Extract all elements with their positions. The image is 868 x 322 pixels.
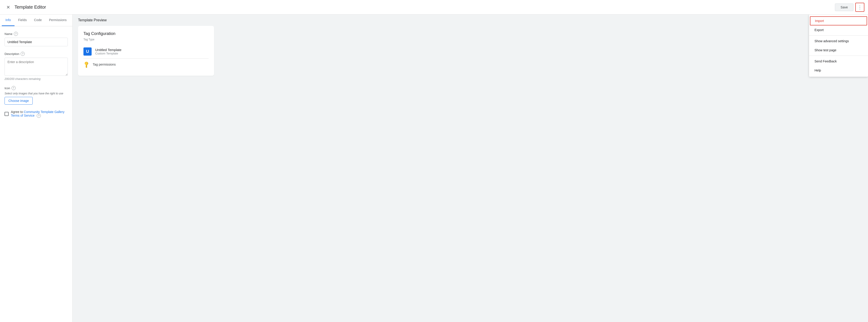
tab-permissions[interactable]: Permissions [45, 14, 70, 26]
info-form: Name ? Description ? 200/200 characters … [0, 26, 72, 123]
name-label: Name ? [4, 32, 68, 36]
tag-permissions-row: 🔑 Tag permissions [84, 59, 209, 70]
tos-label: Agree to Community Template Gallery Term… [11, 110, 68, 118]
tag-config-title: Tag Configuration [84, 31, 209, 36]
name-help-icon[interactable]: ? [14, 32, 18, 36]
page-title: Template Editor [14, 4, 835, 10]
divider-2 [809, 56, 868, 56]
dropdown-menu: Import Export Show advanced settings Sho… [809, 14, 868, 77]
app-header: ✕ Template Editor Save ⋮ [0, 0, 868, 14]
menu-item-export[interactable]: Export [809, 25, 868, 34]
tag-config-card: Tag Configuration Tag Type U Untitled Te… [78, 26, 214, 76]
tab-fields[interactable]: Fields [14, 14, 30, 26]
left-panel: Info Fields Code Permissions Tests Name … [0, 14, 72, 322]
tag-icon: U [84, 48, 92, 56]
save-button[interactable]: Save [835, 3, 854, 11]
choose-image-button[interactable]: Choose image [4, 97, 33, 105]
menu-item-testpage[interactable]: Show test page [809, 46, 868, 55]
right-panel: Template Preview Tag Configuration Tag T… [72, 14, 868, 322]
preview-header: Template Preview [72, 14, 868, 26]
more-menu-button[interactable]: ⋮ [855, 3, 864, 12]
menu-item-help[interactable]: Help [809, 66, 868, 75]
close-button[interactable]: ✕ [4, 3, 13, 12]
tab-info[interactable]: Info [2, 14, 14, 26]
icon-help-icon[interactable]: ? [11, 86, 16, 90]
tag-name: Untitled Template [95, 48, 122, 52]
icon-label: Icon ? [4, 86, 68, 90]
divider-1 [809, 35, 868, 36]
tag-type-label: Tag Type [84, 38, 209, 41]
menu-item-advanced[interactable]: Show advanced settings [809, 36, 868, 46]
header-actions: Save ⋮ [835, 3, 864, 12]
icon-group: Icon ? Select only images that you have … [4, 86, 68, 105]
description-textarea[interactable] [4, 58, 68, 76]
tos-help-icon[interactable]: ? [37, 114, 41, 118]
tag-permissions-text: Tag permissions [93, 63, 116, 66]
menu-item-import[interactable]: Import [810, 16, 867, 25]
tos-checkbox[interactable] [4, 112, 9, 116]
tos-checkbox-row: Agree to Community Template Gallery Term… [4, 110, 68, 118]
description-help-icon[interactable]: ? [21, 52, 25, 56]
preview-content: Tag Configuration Tag Type U Untitled Te… [72, 26, 868, 322]
more-icon: ⋮ [858, 4, 862, 10]
tab-tests[interactable]: Tests [70, 14, 72, 26]
icon-hint: Select only images that you have the rig… [4, 92, 68, 95]
main-layout: Info Fields Code Permissions Tests Name … [0, 14, 868, 322]
tag-info: Untitled Template Custom Template [95, 48, 122, 55]
tag-type-row: U Untitled Template Custom Template [84, 45, 209, 59]
name-group: Name ? [4, 32, 68, 46]
char-count: 200/200 characters remaining [4, 77, 68, 81]
name-input[interactable] [4, 38, 68, 46]
menu-item-feedback[interactable]: Send Feedback [809, 57, 868, 66]
description-label: Description ? [4, 52, 68, 56]
tab-bar: Info Fields Code Permissions Tests [0, 14, 72, 26]
key-icon: 🔑 [82, 61, 90, 68]
description-group: Description ? 200/200 characters remaini… [4, 52, 68, 81]
tag-sub: Custom Template [95, 52, 122, 55]
close-icon: ✕ [6, 4, 10, 10]
tab-code[interactable]: Code [30, 14, 45, 26]
